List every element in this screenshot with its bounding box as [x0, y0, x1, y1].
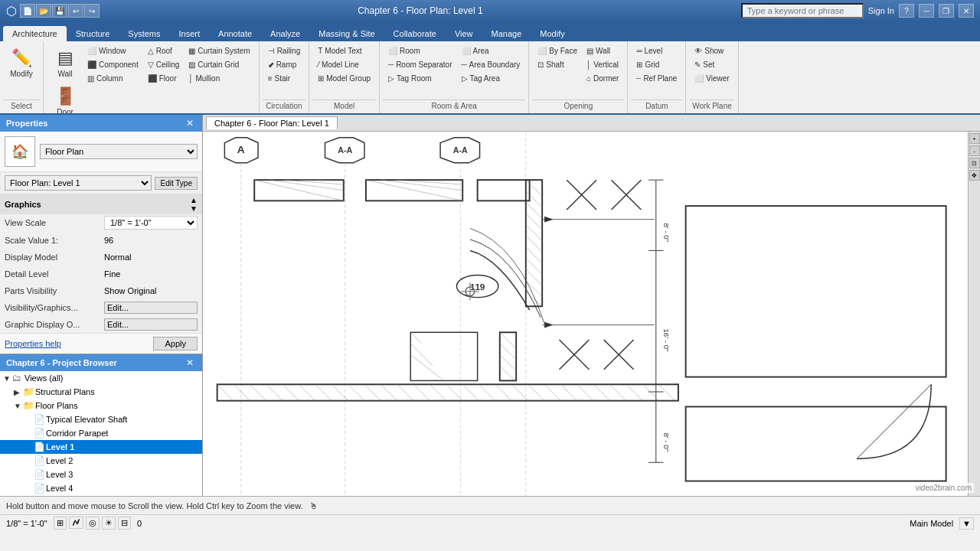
ramp-btn[interactable]: ⬋ Ramp	[264, 58, 305, 71]
roof-btn[interactable]: △ Roof	[144, 44, 184, 57]
pan-btn[interactable]: ✥	[969, 170, 980, 181]
ceiling-btn[interactable]: ▽ Ceiling	[144, 58, 184, 71]
qa-undo-btn[interactable]: ↩	[68, 4, 83, 18]
viewer-btn[interactable]: ⬜ Viewer	[691, 72, 733, 85]
tab-architecture[interactable]: Architecture	[3, 26, 67, 41]
zoom-out-btn[interactable]: -	[969, 145, 980, 156]
tag-area-btn[interactable]: ▷ Tag Area	[458, 72, 524, 85]
tab-collaborate[interactable]: Collaborate	[384, 26, 446, 41]
curtain-grid-btn[interactable]: ▨ Curtain Grid	[185, 58, 253, 71]
help-btn[interactable]: ?	[899, 4, 914, 18]
tree-item[interactable]: 📄Level 5	[0, 495, 202, 496]
scroll-down-btn[interactable]: ▼	[190, 204, 198, 213]
tab-manage[interactable]: Manage	[482, 26, 531, 41]
wall-opening-btn[interactable]: ▤ Wall	[583, 44, 622, 57]
wall-btn[interactable]: ▤ Wall	[48, 44, 82, 82]
tree-expand-icon[interactable]: ▼	[14, 402, 23, 410]
room-separator-btn[interactable]: ─ Room Separator	[384, 58, 456, 71]
by-face-btn[interactable]: ⬜ By Face	[534, 44, 581, 57]
edit-type-btn[interactable]: Edit Type	[155, 177, 198, 190]
curtain-system-btn[interactable]: ▦ Curtain System	[185, 44, 253, 57]
qa-new-btn[interactable]: 📄	[20, 4, 35, 18]
properties-close-btn[interactable]: ✕	[184, 117, 196, 129]
tag-room-btn[interactable]: ▷ Tag Room	[384, 72, 456, 85]
scroll-up-btn[interactable]: ▲	[190, 196, 198, 204]
apply-btn[interactable]: Apply	[153, 337, 198, 350]
tree-expand-icon[interactable]: ▶	[14, 388, 23, 396]
qa-save-btn[interactable]: 💾	[52, 4, 67, 18]
project-browser-close-btn[interactable]: ✕	[184, 357, 196, 369]
canvas-tab-active[interactable]: Chapter 6 - Floor Plan: Level 1	[206, 116, 338, 129]
view-select[interactable]: Floor Plan: Level 1	[5, 175, 152, 191]
tab-systems[interactable]: Systems	[119, 26, 169, 41]
tree-item[interactable]: 📄Level 3	[0, 468, 202, 481]
search-input[interactable]	[741, 3, 864, 18]
app-logo-icon: ⬡	[6, 4, 17, 18]
tree-item[interactable]: ▶📁Structural Plans	[0, 385, 202, 399]
model-line-btn[interactable]: ⁄ Model Line	[314, 58, 374, 71]
tree-content[interactable]: ▼🗂Views (all)▶📁Structural Plans▼📁Floor P…	[0, 371, 202, 496]
qa-redo-btn[interactable]: ↪	[84, 4, 100, 18]
ref-plane-btn[interactable]: ┄ Ref Plane	[632, 72, 681, 85]
shaft-btn[interactable]: ⊡ Shaft	[534, 58, 581, 71]
qa-open-btn[interactable]: 📂	[36, 4, 51, 18]
set-btn[interactable]: ✎ Set	[691, 58, 733, 71]
tree-item[interactable]: 📄Typical Elevator Shaft	[0, 412, 202, 426]
tab-insert[interactable]: Insert	[170, 26, 210, 41]
properties-help-link[interactable]: Properties help	[5, 339, 61, 348]
tab-analyze[interactable]: Analyze	[261, 26, 309, 41]
vis-graphics-btn[interactable]: Edit...	[104, 302, 198, 314]
modify-btn[interactable]: ✏️ Modify	[5, 44, 38, 82]
tree-item-icon: 📄	[34, 414, 46, 425]
window-btn[interactable]: ⬜ Window	[83, 44, 142, 57]
vertical-btn[interactable]: │ Vertical	[583, 58, 622, 71]
zoom-fit-btn[interactable]: ⊡	[969, 158, 980, 168]
tab-massing[interactable]: Massing & Site	[309, 26, 384, 41]
tag-area-icon: ▷	[462, 74, 468, 83]
render-btn[interactable]: ◎	[86, 517, 100, 530]
grid-btn[interactable]: ⊞ Grid	[632, 58, 681, 71]
railing-btn[interactable]: ⊣ Railing	[264, 44, 305, 57]
tree-expand-icon[interactable]: ▼	[3, 374, 12, 383]
tab-annotate[interactable]: Annotate	[209, 26, 261, 41]
model-group-btn[interactable]: ⊞ Model Group	[314, 72, 374, 85]
tree-item[interactable]: 📄Corridor Parapet	[0, 426, 202, 440]
region-btn[interactable]: ⊟	[118, 517, 131, 530]
type-select[interactable]: Floor Plan	[40, 144, 198, 159]
tree-item[interactable]: 📄Level 2	[0, 454, 202, 468]
tab-modify[interactable]: Modify	[531, 26, 573, 41]
tab-view[interactable]: View	[446, 26, 482, 41]
model-select-btn[interactable]: ▼	[959, 517, 974, 530]
3d-view-btn[interactable]: 🗲	[69, 517, 83, 529]
show-btn[interactable]: 👁 Show	[691, 44, 733, 57]
mullion-btn[interactable]: │ Mullion	[185, 72, 253, 85]
tab-structure[interactable]: Structure	[67, 26, 119, 41]
column-btn[interactable]: ▥ Column	[83, 72, 142, 85]
ramp-icon: ⬋	[268, 60, 274, 69]
close-btn[interactable]: ✕	[959, 4, 974, 18]
level-btn[interactable]: ═ Level	[632, 44, 681, 57]
door-btn[interactable]: 🚪 Door	[48, 83, 82, 115]
canvas-area[interactable]: Chapter 6 - Floor Plan: Level 1 A A-A	[203, 115, 980, 496]
tree-item[interactable]: 📄Level 1	[0, 440, 202, 454]
tree-item[interactable]: ▼📁Floor Plans	[0, 399, 202, 412]
area-boundary-btn[interactable]: ─ Area Boundary	[458, 58, 524, 71]
graphic-display-btn[interactable]: Edit...	[104, 318, 198, 331]
model-text-btn[interactable]: T Model Text	[314, 44, 374, 57]
tree-item[interactable]: ▼🗂Views (all)	[0, 371, 202, 385]
dormer-btn[interactable]: ⌂ Dormer	[583, 72, 622, 85]
stair-btn[interactable]: ≡ Stair	[264, 72, 305, 85]
component-btn[interactable]: ⬛ Component	[83, 58, 142, 71]
drawing-canvas[interactable]: A A-A A-A	[203, 132, 968, 496]
floor-btn[interactable]: ⬛ Floor	[144, 72, 184, 85]
restore-btn[interactable]: ❐	[939, 4, 954, 18]
floor-plan-btn[interactable]: ⊞	[54, 517, 67, 530]
room-btn[interactable]: ⬜ Room	[384, 44, 456, 57]
sun-btn[interactable]: ☀	[102, 517, 116, 530]
area-btn[interactable]: ⬜ Area	[458, 44, 524, 57]
zoom-in-btn[interactable]: +	[969, 133, 980, 144]
sign-in-label[interactable]: Sign In	[868, 6, 894, 15]
minimize-btn[interactable]: ─	[919, 4, 934, 18]
tree-item[interactable]: 📄Level 4	[0, 481, 202, 495]
view-scale-select[interactable]: 1/8" = 1'-0"	[104, 216, 198, 230]
